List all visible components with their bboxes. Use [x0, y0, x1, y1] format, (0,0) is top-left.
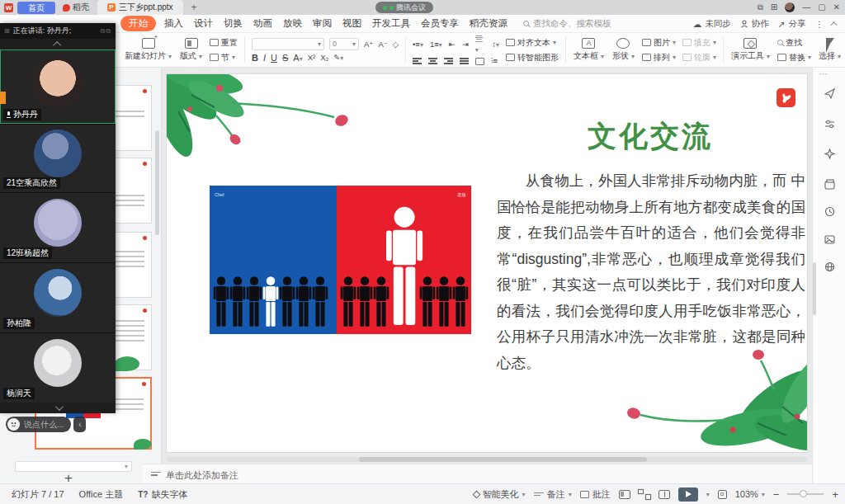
- bold-button[interactable]: B: [252, 53, 258, 63]
- textbox-button[interactable]: 文本框▾: [569, 33, 608, 67]
- chat-collapse-button[interactable]: ‹: [73, 417, 86, 432]
- new-slide-button[interactable]: 新建幻灯片▾: [120, 33, 176, 67]
- image-tools-icon[interactable]: [822, 233, 837, 247]
- meeting-grid-icon[interactable]: ⊞: [4, 27, 10, 35]
- home-tab[interactable]: 首页: [17, 2, 55, 14]
- zoom-level[interactable]: 103%▾: [735, 489, 765, 499]
- tab-developer[interactable]: 开发工具: [372, 17, 410, 30]
- maximize-button[interactable]: ▢: [818, 3, 825, 12]
- superscript-button[interactable]: X²: [308, 53, 316, 62]
- rail-scrollbar[interactable]: [813, 262, 816, 315]
- justify-button[interactable]: [460, 58, 469, 64]
- zoom-slider[interactable]: [787, 493, 824, 495]
- slide-title[interactable]: 文化交流: [497, 117, 804, 156]
- align-right-button[interactable]: [444, 58, 453, 64]
- tab-view[interactable]: 视图: [342, 17, 361, 30]
- settings-globe-icon[interactable]: [822, 260, 837, 275]
- new-slide-dropdown[interactable]: ▾: [15, 461, 132, 472]
- increase-font-button[interactable]: A⁺: [364, 40, 373, 49]
- participant-video-tile[interactable]: 孙柏隆: [0, 262, 116, 332]
- clear-format-icon[interactable]: ◇: [393, 40, 399, 49]
- tab-insert[interactable]: 插入: [164, 17, 183, 30]
- new-tab-button[interactable]: +: [191, 2, 197, 13]
- tab-slideshow[interactable]: 放映: [283, 17, 302, 30]
- tab-membership[interactable]: 会员专享: [421, 17, 459, 30]
- layout-pane-icon[interactable]: [822, 177, 837, 192]
- sync-status-button[interactable]: ☁ 未同步: [693, 18, 731, 30]
- horizontal-scrollbar[interactable]: [167, 457, 807, 462]
- font-color-button[interactable]: A▾: [293, 53, 302, 63]
- font-family-select[interactable]: ▾: [252, 38, 324, 50]
- collaborate-button[interactable]: 协作: [740, 18, 769, 30]
- align-text-button[interactable]: 对齐文本▾: [506, 37, 559, 49]
- missing-font-warning[interactable]: T?缺失字体: [138, 488, 187, 501]
- tab-review[interactable]: 审阅: [313, 17, 332, 30]
- layout-button[interactable]: 版式▾: [176, 33, 206, 67]
- thumbnail-scrollbar[interactable]: [155, 130, 159, 235]
- slide-sorter-view-button[interactable]: [639, 490, 650, 499]
- highlight-button[interactable]: ✎▾: [333, 53, 343, 62]
- smart-beautify-button[interactable]: 智能美化▾: [474, 488, 526, 501]
- minimize-button[interactable]: —: [802, 3, 810, 12]
- slide-body-text[interactable]: 从食物上，外国人非常排斥动物内脏，而 中国恰恰是能把动物身上所有地方都变成美食的…: [497, 168, 805, 376]
- reading-view-button[interactable]: [659, 490, 670, 499]
- fill-button[interactable]: 填充▾: [682, 37, 716, 49]
- picture-button[interactable]: 图片▾: [642, 37, 676, 49]
- share-button[interactable]: ↗ 分享: [778, 18, 806, 30]
- shapes-button[interactable]: 形状▾: [608, 33, 639, 67]
- play-options-caret[interactable]: ▾: [706, 491, 710, 498]
- docer-tab[interactable]: 稻壳: [63, 2, 89, 13]
- tab-transitions[interactable]: 切换: [224, 17, 243, 30]
- beautify-icon[interactable]: [822, 147, 837, 162]
- wps-logo-icon[interactable]: W: [4, 3, 13, 12]
- tab-docer-resources[interactable]: 稻壳资源: [470, 17, 507, 30]
- increase-indent-button[interactable]: ⇥: [462, 40, 469, 49]
- font-size-select[interactable]: 0▾: [329, 38, 359, 50]
- participant-video-tile[interactable]: 孙丹丹: [0, 49, 116, 124]
- align-center-button[interactable]: [428, 58, 437, 64]
- subscript-button[interactable]: X₂: [320, 53, 328, 62]
- section-button[interactable]: 节▾: [210, 52, 238, 64]
- east-west-comparison-image[interactable]: Chef 老板: [210, 186, 471, 334]
- workspace-grid-icon[interactable]: ⊞: [771, 3, 777, 12]
- decrease-indent-button[interactable]: ⇤: [449, 40, 456, 49]
- account-avatar[interactable]: [785, 2, 795, 12]
- expand-participants-button[interactable]: [0, 403, 116, 413]
- chat-input-pill[interactable]: 说点什么...: [6, 417, 71, 432]
- document-tab[interactable]: P 三下乡ppt.pptx: [97, 0, 183, 15]
- participant-video-tile[interactable]: 杨润天: [0, 332, 116, 403]
- collapse-participants-button[interactable]: [0, 39, 116, 49]
- notes-toggle-button[interactable]: 备注▾: [534, 488, 572, 501]
- zoom-slider-knob[interactable]: [800, 490, 807, 497]
- interface-layout-icon[interactable]: ⧉: [758, 3, 763, 12]
- collapse-ribbon-icon[interactable]: [830, 21, 837, 28]
- zoom-out-button[interactable]: −: [773, 488, 780, 501]
- replace-button[interactable]: 替换▾: [777, 52, 811, 64]
- outline-button[interactable]: 轮廓▾: [682, 52, 716, 64]
- comments-button[interactable]: 批注: [580, 488, 611, 501]
- tab-home[interactable]: 开始: [120, 16, 156, 31]
- arrange-button[interactable]: 排列▾: [642, 52, 676, 64]
- reset-button[interactable]: 重置: [210, 37, 238, 49]
- more-menu-icon[interactable]: ⋮: [815, 19, 824, 29]
- text-direction-button[interactable]: 亖▾: [475, 34, 485, 54]
- tab-design[interactable]: 设计: [194, 17, 213, 30]
- meeting-window-icons[interactable]: ⧉⧉: [101, 27, 111, 35]
- bullets-button[interactable]: •≡▾: [413, 40, 423, 49]
- slideshow-play-button[interactable]: [678, 488, 698, 502]
- participant-video-tile[interactable]: 21空乘高欣然: [0, 124, 116, 192]
- select-button[interactable]: 选择▾: [814, 33, 845, 67]
- normal-view-button[interactable]: [619, 490, 630, 499]
- fit-slide-icon[interactable]: [718, 490, 727, 499]
- command-search[interactable]: 查找命令、搜索模板: [523, 18, 611, 30]
- underline-button[interactable]: U: [271, 53, 277, 63]
- tencent-meeting-floating-bar[interactable]: 腾讯会议: [375, 2, 433, 13]
- quick-share-icon[interactable]: [822, 87, 837, 101]
- participant-video-tile[interactable]: 12班杨超然: [0, 192, 116, 262]
- line-spacing-button[interactable]: ↕▾: [492, 40, 499, 49]
- object-properties-icon[interactable]: [822, 117, 837, 132]
- notes-bar[interactable]: 单击此处添加备注: [143, 464, 812, 483]
- rail-more-icon[interactable]: ⋯: [819, 69, 828, 78]
- theme-name[interactable]: Office 主题: [79, 488, 124, 501]
- distribute-button[interactable]: ⫶≡: [491, 56, 498, 66]
